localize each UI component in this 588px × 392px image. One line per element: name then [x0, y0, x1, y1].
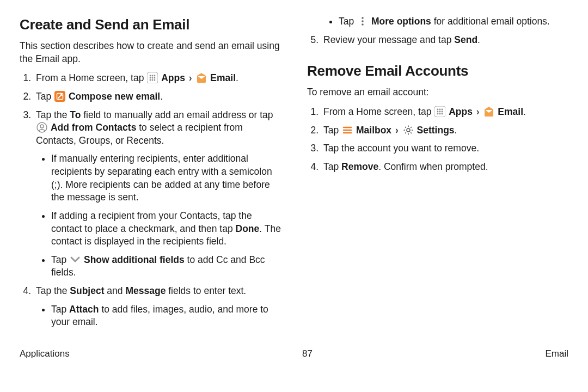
compose-label: Compose new email: [69, 91, 160, 102]
page-body: Create and Send an Email This section de…: [0, 0, 588, 348]
bullet-show-additional: Tap Show additional fields to add Cc and…: [51, 254, 281, 279]
step-3-bullets: If manually entering recipients, enter a…: [36, 152, 281, 279]
r-step-4: Tap Remove. Confirm when prompted.: [321, 161, 568, 174]
chevron-down-icon: [70, 254, 81, 265]
contact-icon: [36, 122, 47, 133]
footer-page-number: 87: [302, 348, 313, 359]
step-5: Review your message and tap Send.: [321, 34, 568, 47]
remove-intro: To remove an email account:: [307, 86, 568, 99]
show-additional-label: Show additional fields: [84, 254, 185, 265]
r-step-1: From a Home screen, tap Apps › Email.: [321, 106, 568, 119]
more-options-label: More options: [371, 16, 431, 27]
email-icon: [196, 72, 207, 83]
chevron-right-icon: ›: [189, 72, 192, 85]
email-icon: [483, 106, 494, 117]
mailbox-label: Mailbox: [356, 125, 391, 136]
more-options-icon: [357, 16, 368, 27]
bullet-attach: Tap Attach to add files, images, audio, …: [51, 303, 281, 329]
step-1: From a Home screen, tap Apps › Email.: [34, 72, 281, 85]
step-3: Tap the To field to manually add an emai…: [34, 109, 281, 280]
apps-label: Apps: [161, 72, 185, 83]
chevron-right-icon: ›: [476, 106, 480, 119]
settings-label: Settings: [417, 125, 455, 136]
apps-icon: [147, 72, 158, 83]
bullet-more-options: Tap More options for additional email op…: [339, 15, 568, 28]
step-2: Tap Compose new email.: [34, 90, 281, 103]
remove-steps: From a Home screen, tap Apps › Email. Ta…: [307, 106, 568, 174]
heading-create: Create and Send an Email: [20, 15, 281, 34]
apps-icon: [434, 106, 445, 117]
page-footer: Applications 87 Email: [0, 348, 588, 359]
menu-icon: [342, 125, 353, 136]
bullet-from-contacts: If adding a recipient from your Contacts…: [51, 210, 281, 248]
compose-icon: [54, 91, 65, 102]
email-label: Email: [210, 72, 236, 83]
footer-right: Email: [545, 348, 568, 359]
gear-icon: [403, 125, 414, 136]
add-from-contacts-label: Add from Contacts: [51, 122, 137, 133]
footer-left: Applications: [20, 348, 70, 359]
r-step-2: Tap Mailbox › Settings.: [321, 124, 568, 137]
bullet-manual: If manually entering recipients, enter a…: [51, 152, 281, 204]
heading-remove: Remove Email Accounts: [307, 62, 568, 81]
chevron-right-icon: ›: [395, 124, 399, 137]
intro-text: This section describes how to create and…: [20, 40, 281, 65]
r-step-3: Tap the account you want to remove.: [321, 142, 568, 155]
